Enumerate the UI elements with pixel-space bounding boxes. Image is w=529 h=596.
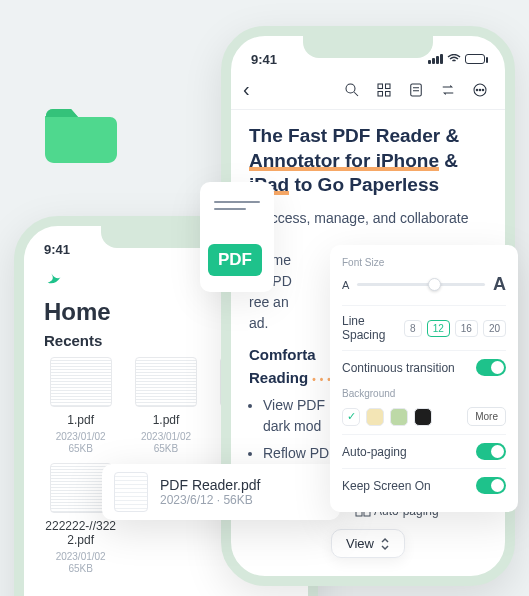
more-icon[interactable] bbox=[471, 81, 489, 99]
file-thumb bbox=[135, 357, 197, 407]
file-meta: 2023/01/0265KB bbox=[56, 431, 106, 455]
bg-green[interactable] bbox=[390, 408, 408, 426]
file-name: 222222-//3222.pdf bbox=[42, 519, 119, 547]
line-spacing-chips: 8 12 16 20 bbox=[404, 320, 506, 337]
svg-point-12 bbox=[482, 89, 484, 91]
bg-dark[interactable] bbox=[414, 408, 432, 426]
bg-white[interactable]: ✓ bbox=[342, 408, 360, 426]
file-tile[interactable]: 1.pdf 2023/01/0265KB bbox=[42, 357, 119, 455]
file-meta: 2023/01/0265KB bbox=[56, 551, 106, 575]
file-meta: 2023/6/12 · 56KB bbox=[160, 493, 260, 507]
continuous-toggle[interactable] bbox=[476, 359, 506, 376]
svg-point-0 bbox=[346, 84, 355, 93]
continuous-label: Continuous transition bbox=[342, 361, 455, 375]
signal-icon bbox=[428, 54, 443, 64]
svg-point-11 bbox=[479, 89, 481, 91]
status-time: 9:41 bbox=[251, 52, 277, 67]
bg-more-button[interactable]: More bbox=[467, 407, 506, 426]
svg-rect-6 bbox=[411, 84, 422, 96]
file-thumb bbox=[50, 357, 112, 407]
search-icon[interactable] bbox=[343, 81, 361, 99]
pdf-badge: PDF bbox=[200, 182, 274, 292]
font-size-slider[interactable] bbox=[357, 283, 485, 286]
background-label: Background bbox=[342, 388, 506, 399]
file-name: 1.pdf bbox=[153, 413, 180, 427]
settings-panel: Font Size A A Line Spacing 8 12 16 20 Co… bbox=[330, 245, 518, 512]
svg-rect-3 bbox=[386, 84, 391, 89]
file-tile[interactable]: 1.pdf 2023/01/0265KB bbox=[127, 357, 204, 455]
article-headline: The Fast PDF Reader & Annotator for iPho… bbox=[249, 124, 487, 198]
ls-12[interactable]: 12 bbox=[427, 320, 450, 337]
ls-16[interactable]: 16 bbox=[455, 320, 478, 337]
file-meta: 2023/01/0265KB bbox=[141, 431, 191, 455]
ls-8[interactable]: 8 bbox=[404, 320, 422, 337]
keepscreen-label: Keep Screen On bbox=[342, 479, 431, 493]
svg-line-1 bbox=[354, 92, 358, 96]
folder-icon bbox=[40, 102, 120, 166]
font-big-a: A bbox=[493, 274, 506, 295]
svg-point-10 bbox=[476, 89, 478, 91]
wifi-icon bbox=[447, 54, 461, 64]
battery-icon bbox=[465, 54, 485, 64]
font-small-a: A bbox=[342, 279, 349, 291]
grid-icon[interactable] bbox=[375, 81, 393, 99]
status-time: 9:41 bbox=[44, 242, 70, 257]
svg-rect-4 bbox=[378, 91, 383, 96]
reader-toolbar: ‹ bbox=[231, 72, 505, 110]
autopaging-label: Auto-paging bbox=[342, 445, 407, 459]
svg-rect-2 bbox=[378, 84, 383, 89]
updown-icon bbox=[380, 538, 390, 550]
autopaging-toggle[interactable] bbox=[476, 443, 506, 460]
keepscreen-toggle[interactable] bbox=[476, 477, 506, 494]
pdf-tag: PDF bbox=[208, 244, 262, 276]
back-button[interactable]: ‹ bbox=[243, 78, 250, 101]
font-size-label: Font Size bbox=[342, 257, 506, 268]
svg-rect-5 bbox=[386, 91, 391, 96]
ls-20[interactable]: 20 bbox=[483, 320, 506, 337]
line-spacing-label: Line Spacing bbox=[342, 314, 404, 342]
list-icon[interactable] bbox=[407, 81, 425, 99]
file-chip[interactable]: PDF Reader.pdf 2023/6/12 · 56KB bbox=[102, 464, 340, 520]
notch bbox=[303, 36, 433, 58]
bg-sepia[interactable] bbox=[366, 408, 384, 426]
file-thumb bbox=[114, 472, 148, 512]
file-name: 1.pdf bbox=[67, 413, 94, 427]
loop-icon[interactable] bbox=[439, 81, 457, 99]
view-pill[interactable]: View bbox=[331, 529, 405, 558]
file-name: PDF Reader.pdf bbox=[160, 477, 260, 493]
view-label: View bbox=[346, 536, 374, 551]
